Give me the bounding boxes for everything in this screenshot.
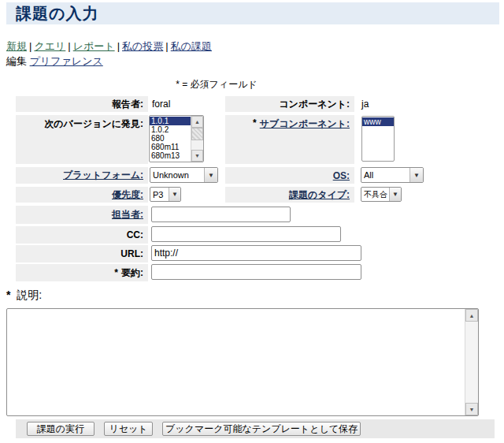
nav-link-my-issues[interactable]: 私の課題 [171,40,212,52]
cc-label: CC: [127,229,143,240]
assignee-label-cell: 担当者: [16,206,148,224]
os-label-cell: OS: [225,167,354,184]
scroll-up-icon[interactable]: ▲ [191,116,203,128]
submit-issue-button[interactable]: 課題の実行 [27,422,94,436]
summary-input[interactable] [151,264,361,280]
dropdown-arrow-icon[interactable]: ▼ [204,168,217,182]
version-option[interactable]: 1.0.1 [150,117,191,125]
component-label: コンポーネント: [279,98,350,111]
nav-link-query[interactable]: クエリ [34,40,65,52]
description-textarea[interactable]: ▲ ▼ [6,308,479,416]
subcomponent-options: www [362,117,394,161]
nav-link-preferences[interactable]: プリファレンス [30,55,103,67]
issue-type-selected-value: 不具合 [361,188,389,201]
cc-label-cell: CC: [16,226,148,244]
summary-label-cell: * 要約: [16,264,148,281]
nav-link-my-votes[interactable]: 私の投票 [122,40,163,52]
nav-separator: | [165,40,168,52]
reporter-label-cell: 報告者: [16,96,148,112]
nav-separator: | [68,40,70,52]
description-label: 説明: [17,289,42,301]
os-label[interactable]: OS: [333,170,350,181]
summary-label: 要約: [121,266,143,280]
version-option[interactable]: 1.0.2 [150,125,191,134]
version-label: 次のバージョンに発見: [44,117,143,131]
assignee-label[interactable]: 担当者: [112,208,143,222]
description-label-row: * 説明: [6,289,42,303]
issue-type-label[interactable]: 課題のタイプ: [289,188,350,202]
dropdown-arrow-icon[interactable]: ▼ [410,168,423,182]
priority-select[interactable]: P3 ▼ [150,187,181,202]
version-scrollbar[interactable]: ▲ ▼ [191,116,203,162]
priority-label-cell: 優先度: [16,187,148,203]
dropdown-arrow-icon[interactable]: ▼ [169,188,180,201]
dropdown-arrow-icon[interactable]: ▼ [389,188,401,201]
scroll-down-icon[interactable]: ▼ [191,150,203,162]
assignee-input[interactable] [151,207,291,222]
description-text-area-body[interactable] [7,309,465,415]
page-title: 課題の入力 [16,3,98,24]
os-select[interactable]: All ▼ [361,167,424,183]
edit-prefix: 編集 [6,55,27,67]
subcomponent-listbox[interactable]: www [361,116,395,162]
subcomponent-required-mark: * [253,117,257,128]
required-field-note: * = 必須フィールド [16,78,417,91]
issue-type-select[interactable]: 不具合 ▼ [361,187,402,202]
description-scrollbar[interactable]: ▲ ▼ [465,309,478,415]
button-bar: 課題の実行 リセット ブックマーク可能なテンプレートとして保存 [16,419,495,438]
reporter-value: foral [152,99,170,110]
component-label-cell: コンポーネント: [225,96,354,112]
nav-separator: | [29,40,32,52]
reporter-label: 報告者: [112,98,143,111]
nav-link-reports[interactable]: レポート [73,40,115,52]
platform-label-cell: プラットフォーム: [16,167,148,184]
scrollbar-thumb[interactable] [191,128,203,140]
summary-required-mark: * [114,267,118,278]
subcomponent-option[interactable]: www [362,117,394,126]
version-options: 1.0.1 1.0.2 680 680m11 680m13 [150,116,191,162]
version-listbox[interactable]: 1.0.1 1.0.2 680 680m11 680m13 ▲ ▼ [149,115,204,162]
main-nav: 新規|クエリ|レポート|私の投票|私の課題 [6,39,212,54]
version-option[interactable]: 680m11 [150,143,191,151]
url-input[interactable] [151,245,361,261]
os-selected-value: All [361,168,410,182]
nav-link-new[interactable]: 新規 [6,40,27,52]
save-template-button[interactable]: ブックマーク可能なテンプレートとして保存 [162,422,361,436]
platform-selected-value: Unknown [150,168,204,182]
version-option[interactable]: 680m13 [150,151,191,160]
subcomponent-label-cell: * サブコンポーネント: [225,115,354,164]
version-option[interactable]: 680 [150,134,191,143]
subcomponent-label[interactable]: サブコンポーネント: [260,117,350,131]
priority-label[interactable]: 優先度: [112,188,143,202]
url-label-cell: URL: [16,245,148,262]
platform-label[interactable]: プラットフォーム: [63,169,143,182]
cc-input[interactable] [151,226,341,242]
scrollbar-track[interactable] [191,140,203,150]
version-label-cell: 次のバージョンに発見: [16,115,148,164]
scroll-down-icon[interactable]: ▼ [465,403,478,415]
platform-select[interactable]: Unknown ▼ [150,167,218,183]
issue-type-label-cell: 課題のタイプ: [225,187,354,203]
edit-nav: 編集 プリファレンス [6,54,103,69]
reset-button[interactable]: リセット [104,422,153,436]
component-value: ja [361,99,369,110]
nav-separator: | [117,40,120,52]
priority-selected-value: P3 [150,188,169,201]
description-required-mark: * [6,289,10,301]
scroll-up-icon[interactable]: ▲ [465,309,478,322]
page-header: 課題の入力 [6,2,499,24]
url-label: URL: [120,248,143,259]
